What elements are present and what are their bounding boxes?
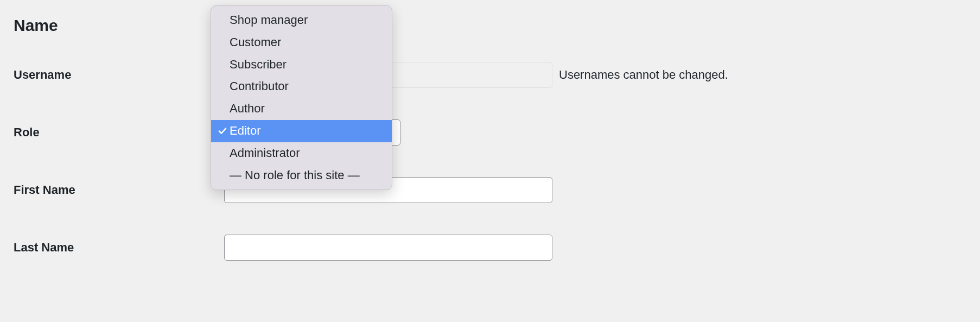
role-option[interactable]: — No role for this site —	[211, 165, 392, 187]
role-option[interactable]: Administrator	[211, 142, 392, 165]
section-heading: Name	[14, 11, 966, 35]
username-row: Username Usernames cannot be changed.	[14, 62, 966, 88]
role-option[interactable]: Shop manager	[211, 9, 392, 31]
role-label: Role	[14, 125, 224, 140]
first-name-label: First Name	[14, 183, 224, 197]
role-option-label: Subscriber	[230, 56, 287, 73]
last-name-cell	[224, 235, 552, 261]
last-name-row: Last Name	[14, 235, 966, 261]
username-help-text: Usernames cannot be changed.	[559, 68, 728, 82]
last-name-input[interactable]	[224, 235, 552, 261]
role-option-label: Customer	[230, 34, 281, 51]
role-option-label: Editor	[230, 123, 260, 140]
role-dropdown-menu[interactable]: Shop managerCustomerSubscriberContributo…	[211, 5, 392, 190]
role-option[interactable]: Subscriber	[211, 54, 392, 76]
last-name-label: Last Name	[14, 241, 224, 255]
role-option-label: — No role for this site —	[230, 167, 360, 184]
role-option-label: Administrator	[230, 145, 300, 162]
role-option[interactable]: Editor	[211, 120, 392, 142]
role-option-label: Contributor	[230, 78, 289, 95]
role-option[interactable]: Author	[211, 98, 392, 120]
role-option[interactable]: Customer	[211, 31, 392, 54]
user-profile-name-section: Name Username Usernames cannot be change…	[0, 0, 980, 303]
check-icon	[215, 127, 230, 135]
role-row: Role	[14, 119, 966, 146]
role-option[interactable]: Contributor	[211, 75, 392, 98]
role-option-label: Shop manager	[230, 12, 308, 29]
username-label: Username	[14, 68, 224, 82]
first-name-row: First Name	[14, 177, 966, 203]
role-option-label: Author	[230, 100, 265, 117]
